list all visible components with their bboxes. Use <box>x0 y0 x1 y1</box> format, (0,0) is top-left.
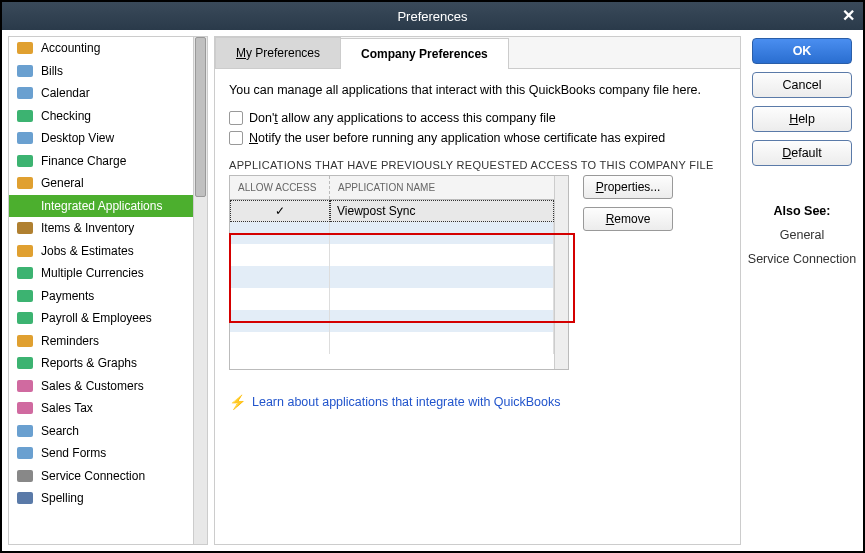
sidebar-item-label: Spelling <box>41 491 84 505</box>
svg-rect-0 <box>17 42 33 54</box>
sidebar-item-label: Multiple Currencies <box>41 266 144 280</box>
sidebar-item-label: Accounting <box>41 41 100 55</box>
main-panel: My Preferences Company Preferences You c… <box>214 36 741 545</box>
sidebar-item-calendar[interactable]: Calendar <box>9 82 193 105</box>
sidebar-list[interactable]: AccountingBillsCalendarCheckingDesktop V… <box>9 37 193 544</box>
sidebar-scroll-thumb[interactable] <box>195 37 206 197</box>
table-row[interactable] <box>230 266 554 288</box>
svg-rect-9 <box>17 245 33 257</box>
titlebar: Preferences ✕ <box>2 2 863 30</box>
sidebar-item-reminders[interactable]: Reminders <box>9 330 193 353</box>
right-buttons: OK Cancel Help Default Also See: General… <box>747 36 857 545</box>
table-row[interactable]: ✓Viewpost Sync <box>230 200 554 222</box>
sidebar-item-payroll-employees[interactable]: Payroll & Employees <box>9 307 193 330</box>
sidebar-item-items-inventory[interactable]: Items & Inventory <box>9 217 193 240</box>
svg-rect-16 <box>17 402 33 414</box>
spell-icon <box>15 490 35 506</box>
category-sidebar: AccountingBillsCalendarCheckingDesktop V… <box>8 36 208 545</box>
table-scrollbar[interactable] <box>554 176 568 369</box>
sidebar-item-sales-customers[interactable]: Sales & Customers <box>9 375 193 398</box>
tab-my-preferences[interactable]: My Preferences <box>215 37 341 68</box>
sidebar-item-label: Payroll & Employees <box>41 311 152 325</box>
applications-section-title: APPLICATIONS THAT HAVE PREVIOUSLY REQUES… <box>229 159 726 171</box>
preferences-window: Preferences ✕ AccountingBillsCalendarChe… <box>0 0 865 553</box>
svg-rect-18 <box>17 447 33 459</box>
sidebar-item-general[interactable]: General <box>9 172 193 195</box>
sidebar-item-sales-tax[interactable]: Sales Tax <box>9 397 193 420</box>
tax-icon <box>15 400 35 416</box>
sidebar-item-label: Service Connection <box>41 469 145 483</box>
learn-link-row: ⚡ Learn about applications that integrat… <box>229 394 726 410</box>
sidebar-item-finance-charge[interactable]: Finance Charge <box>9 150 193 173</box>
sidebar-item-multiple-currencies[interactable]: Multiple Currencies <box>9 262 193 285</box>
table-buttons: Properties... Remove <box>583 175 673 370</box>
payment-icon <box>15 288 35 304</box>
checkbox-icon[interactable] <box>229 131 243 145</box>
window-body: AccountingBillsCalendarCheckingDesktop V… <box>2 30 863 551</box>
sidebar-item-label: Jobs & Estimates <box>41 244 134 258</box>
cancel-button[interactable]: Cancel <box>752 72 852 98</box>
table-row[interactable] <box>230 222 554 244</box>
cell-allow-access <box>230 222 330 244</box>
sidebar-item-payments[interactable]: Payments <box>9 285 193 308</box>
send-icon <box>15 445 35 461</box>
also-see-service-connection[interactable]: Service Connection <box>748 252 856 266</box>
svg-rect-6 <box>17 177 33 189</box>
sidebar-item-checking[interactable]: Checking <box>9 105 193 128</box>
tab-company-preferences[interactable]: Company Preferences <box>340 38 509 69</box>
estimate-icon <box>15 243 35 259</box>
sidebar-item-label: Reminders <box>41 334 99 348</box>
applications-table: ALLOW ACCESS APPLICATION NAME ✓Viewpost … <box>229 175 569 370</box>
payroll-icon <box>15 310 35 326</box>
table-body[interactable]: ✓Viewpost Sync <box>230 200 554 369</box>
svg-rect-12 <box>17 312 33 324</box>
bolt-icon: ⚡ <box>229 394 246 410</box>
sidebar-item-service-connection[interactable]: Service Connection <box>9 465 193 488</box>
svg-rect-19 <box>17 470 33 482</box>
cell-application-name <box>330 222 554 244</box>
svg-rect-2 <box>17 87 33 99</box>
table-row[interactable] <box>230 244 554 266</box>
sidebar-item-search[interactable]: Search <box>9 420 193 443</box>
cell-application-name <box>330 332 554 354</box>
svg-rect-14 <box>17 357 33 369</box>
sidebar-item-jobs-estimates[interactable]: Jobs & Estimates <box>9 240 193 263</box>
sidebar-item-label: Send Forms <box>41 446 106 460</box>
table-row[interactable] <box>230 288 554 310</box>
learn-link[interactable]: Learn about applications that integrate … <box>252 395 561 409</box>
sidebar-item-reports-graphs[interactable]: Reports & Graphs <box>9 352 193 375</box>
table-row[interactable] <box>230 332 554 354</box>
sidebar-item-accounting[interactable]: Accounting <box>9 37 193 60</box>
default-button[interactable]: Default <box>752 140 852 166</box>
plug-icon <box>15 198 35 214</box>
checkbox-dont-allow[interactable]: Don't allow any applications to access t… <box>229 111 726 125</box>
sidebar-item-spelling[interactable]: Spelling <box>9 487 193 510</box>
col-allow-access: ALLOW ACCESS <box>230 176 330 199</box>
also-see-general[interactable]: General <box>748 228 856 242</box>
properties-button[interactable]: Properties... <box>583 175 673 199</box>
help-button[interactable]: Help <box>752 106 852 132</box>
sidebar-item-integrated-applications[interactable]: Integrated Applications <box>9 195 193 218</box>
sidebar-item-bills[interactable]: Bills <box>9 60 193 83</box>
table-row[interactable] <box>230 310 554 332</box>
cell-application-name <box>330 310 554 332</box>
cell-allow-access <box>230 266 330 288</box>
close-icon[interactable]: ✕ <box>842 6 855 25</box>
svg-rect-1 <box>17 65 33 77</box>
sidebar-scrollbar[interactable] <box>193 37 207 544</box>
checkbox-notify-expired[interactable]: Notify the user before running any appli… <box>229 131 726 145</box>
cell-application-name <box>330 288 554 310</box>
remove-button[interactable]: Remove <box>583 207 673 231</box>
sidebar-item-label: Calendar <box>41 86 90 100</box>
sidebar-item-desktop-view[interactable]: Desktop View <box>9 127 193 150</box>
sidebar-item-label: Checking <box>41 109 91 123</box>
checkbox-icon[interactable] <box>229 111 243 125</box>
intro-text: You can manage all applications that int… <box>229 83 726 97</box>
applications-area: ALLOW ACCESS APPLICATION NAME ✓Viewpost … <box>229 175 726 370</box>
ok-button[interactable]: OK <box>752 38 852 64</box>
also-see-title: Also See: <box>748 204 856 218</box>
cell-allow-access <box>230 332 330 354</box>
tabs: My Preferences Company Preferences <box>215 37 740 69</box>
sidebar-item-send-forms[interactable]: Send Forms <box>9 442 193 465</box>
sidebar-item-label: General <box>41 176 84 190</box>
